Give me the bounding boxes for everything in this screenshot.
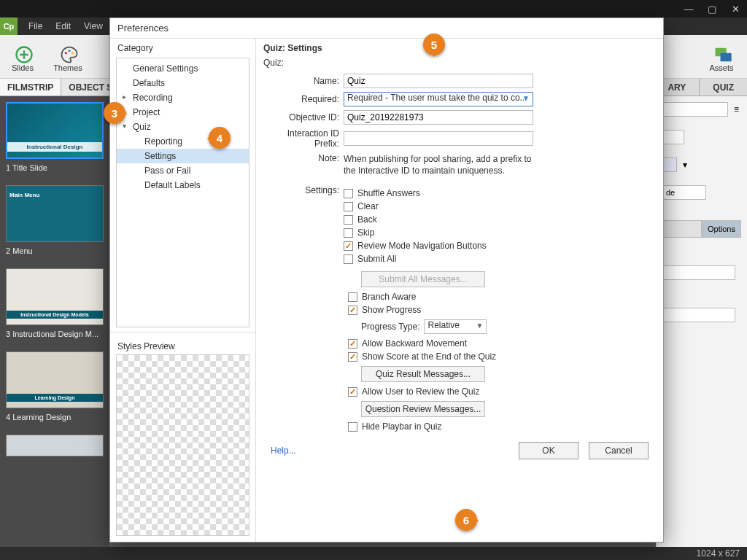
chk-skip-label: Skip	[357, 228, 374, 238]
chk-allow-review-label: Allow User to Review the Quiz	[362, 386, 479, 397]
tree-quiz-settings[interactable]: Settings	[117, 149, 249, 163]
styles-preview-label: Styles Preview	[110, 332, 255, 354]
help-link[interactable]: Help...	[271, 446, 296, 456]
chk-review-nav-label: Review Mode Navigation Buttons	[357, 241, 487, 251]
quiz-result-messages-button[interactable]: Quiz Result Messages...	[361, 366, 485, 382]
tree-quiz-passfail[interactable]: Pass or Fail	[117, 163, 249, 178]
chk-review-nav[interactable]	[344, 241, 353, 251]
progress-type-label: Progress Type:	[361, 322, 419, 332]
category-tree: General Settings Defaults Recording Proj…	[116, 58, 249, 327]
chk-submit-all-label: Submit All	[357, 254, 396, 264]
tree-defaults[interactable]: Defaults	[117, 76, 249, 90]
chk-allow-review[interactable]	[348, 387, 357, 397]
quiz-section-label: Quiz:	[263, 58, 656, 68]
preferences-dialog: Preferences Category General Settings De…	[109, 18, 664, 542]
chk-clear[interactable]	[344, 202, 353, 211]
objective-label: Objective ID:	[263, 112, 344, 122]
required-select[interactable]: Required - The user must take the quiz t…	[344, 92, 533, 106]
chk-branch-aware[interactable]	[348, 292, 357, 302]
chk-branch-aware-label: Branch Aware	[362, 292, 417, 302]
styles-preview	[116, 354, 249, 536]
objective-input[interactable]	[344, 110, 533, 125]
chk-allow-back[interactable]	[348, 339, 357, 349]
tree-recording[interactable]: Recording	[117, 90, 249, 105]
chk-skip[interactable]	[344, 228, 353, 238]
chk-allow-back-label: Allow Backward Movement	[362, 338, 467, 349]
chk-show-progress[interactable]	[348, 306, 357, 315]
note-label: Note:	[263, 153, 344, 176]
tree-general-settings[interactable]: General Settings	[117, 61, 249, 76]
dialog-title: Preferences	[110, 18, 663, 38]
tree-quiz-default-labels[interactable]: Default Labels	[117, 178, 249, 192]
chk-back[interactable]	[344, 215, 353, 225]
progress-type-select[interactable]: Relative	[424, 319, 487, 334]
question-review-messages-button[interactable]: Question Review Messages...	[361, 401, 485, 417]
tree-project[interactable]: Project	[117, 105, 249, 120]
chk-submit-all[interactable]	[344, 254, 353, 264]
name-input[interactable]	[344, 74, 533, 88]
prefix-label: Interaction ID Prefix:	[263, 128, 344, 149]
note-text: When publishing for pool sharing, add a …	[344, 153, 533, 176]
chk-hide-playbar-label: Hide Playbar in Quiz	[362, 421, 441, 432]
required-label: Required:	[263, 94, 344, 104]
chk-back-label: Back	[357, 214, 377, 225]
category-header: Category	[110, 39, 255, 58]
chk-shuffle-label: Shuffle Answers	[357, 188, 420, 198]
submit-all-messages-button: Submit All Messages...	[361, 271, 485, 287]
panel-header: Quiz: Settings	[263, 43, 656, 53]
chk-shuffle[interactable]	[344, 189, 353, 198]
chk-show-score[interactable]	[348, 352, 357, 362]
prefix-input[interactable]	[344, 131, 533, 146]
callout-badge-6: 6	[455, 509, 477, 531]
chk-clear-label: Clear	[357, 201, 379, 211]
chk-show-progress-label: Show Progress	[362, 305, 421, 315]
callout-badge-3: 3	[104, 102, 125, 124]
settings-section-label: Settings:	[263, 185, 344, 195]
chk-hide-playbar[interactable]	[348, 422, 357, 432]
name-label: Name:	[263, 76, 344, 86]
cancel-button[interactable]: Cancel	[589, 442, 649, 459]
chk-show-score-label: Show Score at the End of the Quiz	[362, 351, 496, 362]
callout-badge-5: 5	[423, 34, 445, 55]
ok-button[interactable]: OK	[519, 442, 578, 459]
callout-badge-4: 4	[209, 127, 231, 149]
